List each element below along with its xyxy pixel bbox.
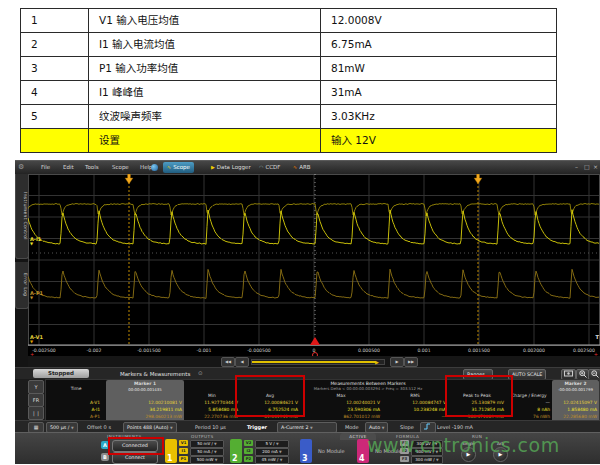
waveform-canvas (28, 174, 600, 346)
annotation-box-connected-button (108, 437, 164, 455)
module1-i1-chip: I1 (179, 448, 188, 454)
page: { "report_table": { "rows": [ {"num": "1… (0, 0, 600, 465)
tab-arb[interactable]: ∿ARB (289, 162, 315, 173)
row-value: 81mW (321, 57, 556, 80)
pan-right-button[interactable]: ▶ (390, 357, 404, 367)
pan-far-right-button[interactable]: ▶▶ (404, 357, 418, 367)
period-label: Period 10 µs (195, 424, 226, 430)
x-tick: 0.002000 (523, 348, 545, 353)
x-tick: 0.001 (417, 348, 430, 353)
cell-marker2-v1: 12.02415097 V (552, 400, 597, 405)
x-tick: -0.002500 (32, 348, 56, 353)
cell-max-v1: 12.00240021 V (300, 400, 380, 405)
module2-p2-scale-dropdown[interactable]: 45 mW / ▼ (255, 456, 289, 464)
measurement-report-table: 1 V1 输入电压均值 12.0008V 2 I1 输入电流均值 6.75mA … (20, 8, 557, 153)
formula-f3-dropdown[interactable]: 300 mW / ▼ (411, 456, 443, 464)
row-name: 纹波噪声频率 (89, 105, 321, 128)
gear-icon[interactable]: ⚙ (18, 163, 24, 171)
section-label-outputs: OUTPUTS (191, 434, 214, 439)
marker1-title: Marker 1 (106, 381, 184, 386)
menu-scope[interactable]: Scope (112, 164, 129, 170)
markers-measurements-title: Markers & Measurements (120, 371, 190, 377)
menu-edit[interactable]: Edit (63, 164, 74, 170)
x-tick: -0.002 (87, 348, 102, 353)
measurements-table: Measurements Between Markers Markers Del… (45, 379, 600, 422)
trigger-label: Trigger (247, 424, 267, 430)
row-index: 2 (21, 33, 89, 56)
restore-button[interactable]: □ (584, 163, 590, 170)
pan-far-left-button[interactable]: ◀◀ (221, 357, 235, 367)
row-name: P1 输入功率均值 (89, 57, 321, 80)
cell-rms-i1: 10.238248 mA (382, 407, 446, 412)
waveform-plot[interactable]: A-I1▼ A-P1▼ A-V1▼ T (28, 174, 600, 346)
marker2-time: -00:00:00.001799 (552, 387, 599, 392)
cell-marker1-i1: 34.219811 mA (106, 407, 182, 412)
channel-label-p1: A-P1▼ (30, 290, 43, 299)
sidebar-tab-error-log[interactable]: Error Log (15, 262, 29, 309)
row-label: A-P1 (46, 414, 100, 419)
pan-left-button[interactable]: ◀ (235, 357, 249, 367)
module1-p1-chip: P1 (179, 456, 188, 462)
menubar: ⚙ File Edit Tools Scope Help ∿Scope ▶Dat… (15, 161, 600, 174)
close-button[interactable]: × (593, 163, 598, 170)
x-tick: 0.001500 (468, 348, 490, 353)
cell-marker2-i1: 1.858480 mA (552, 407, 597, 412)
x-axis: -0.002500 -0.002 -0.001500 -0.001 -0.000… (28, 346, 600, 356)
marker1-time: 00:00:00.001435 (106, 387, 184, 392)
ground-marker-icon: ▼ (30, 296, 43, 299)
pan-range-indicator[interactable] (252, 361, 376, 363)
x-tick: 0.002500 (573, 348, 595, 353)
collapse-icon[interactable]: ⊙ (198, 370, 203, 376)
cell-min-v1: 11.92770344 V (184, 400, 238, 405)
annotation-box-peak-to-peak-column (445, 375, 513, 417)
row-value: 12.0008V (321, 9, 556, 32)
pan-range-arrow-icon: ▶ (375, 359, 379, 365)
watermark: www.cntronics.com (367, 434, 560, 456)
marker-tool-button[interactable]: ❘❘ (28, 406, 44, 420)
table-row: 1 V1 输入电压均值 12.0008V (21, 9, 556, 33)
wave-icon: ∿ (167, 164, 171, 170)
col-header-rms: RMS (382, 393, 448, 398)
pan-track[interactable]: ▶ (251, 359, 385, 365)
sidebar-tab-instrument-control[interactable]: Instrument Control (15, 174, 29, 259)
module1-p1-scale-dropdown[interactable]: 500 mW ▼ (190, 456, 224, 464)
menu-tools[interactable]: Tools (85, 164, 99, 170)
module2-i2-scale-dropdown[interactable]: 200 mA ▼ (255, 448, 289, 456)
row-value: 6.75mA (321, 33, 556, 56)
tab-data-logger[interactable]: ▶Data Logger (207, 162, 255, 173)
row-label: A-I1 (46, 407, 100, 412)
module2-v2-scale-dropdown[interactable]: 5 V / ▼ (255, 440, 289, 448)
mode-label: Mode (345, 424, 359, 430)
row-index: 3 (21, 57, 89, 80)
module1-v1-scale-dropdown[interactable]: 50 mV / ▼ (190, 440, 224, 448)
row-value: 31mA (321, 81, 556, 104)
table-row: 3 P1 输入功率均值 81mW (21, 57, 556, 81)
col-header-max: Max (300, 393, 382, 398)
trigger-time-marker[interactable]: T (596, 334, 599, 340)
freq-tool-button[interactable]: FR (28, 393, 44, 407)
marker2-title: Marker 2 (552, 381, 599, 386)
trigger-level-label: Level -190 mA (437, 424, 473, 430)
run-stop-button[interactable]: Stopped (33, 369, 89, 378)
row-index (21, 129, 89, 152)
cursor-tool-button[interactable]: Y (28, 380, 44, 394)
module-3-bar: 3 (300, 439, 312, 463)
annotation-box-avg-column (235, 375, 305, 417)
row-index: 1 (21, 9, 89, 32)
tab-scope[interactable]: ∿Scope (163, 162, 194, 173)
channel-label-i1: A-I1▼ (30, 236, 41, 245)
x-tick: 0.000500 (358, 348, 380, 353)
module-2-bar: 2 (230, 439, 242, 463)
col-header-min: Min (184, 393, 240, 398)
row-name: I1 输入电流均值 (89, 33, 321, 56)
module-1-bar: 1 (165, 439, 177, 463)
cell-marker1-p1: 298.060213 mW (106, 414, 182, 419)
table-row: 4 I1 峰峰值 31mA (21, 81, 556, 105)
table-row: 2 I1 输入电流均值 6.75mA (21, 33, 556, 57)
module1-i1-scale-dropdown[interactable]: 50 mA / ▼ (190, 448, 224, 456)
row-name: I1 峰峰值 (89, 81, 321, 104)
menu-file[interactable]: File (41, 164, 50, 170)
tab-ccdf[interactable]: ◠CCDF (255, 162, 284, 173)
minimize-button[interactable]: – (575, 163, 578, 170)
slope-label: Slope (400, 424, 414, 430)
